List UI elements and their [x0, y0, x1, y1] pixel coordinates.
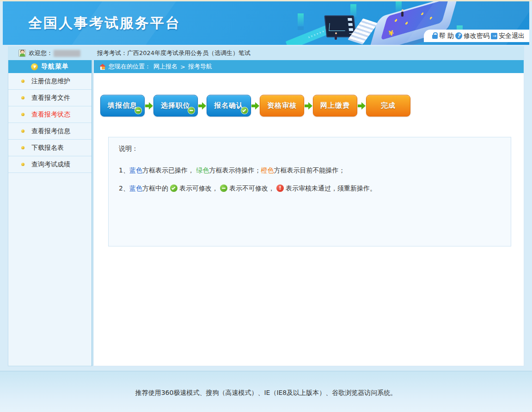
conveyor-icon	[286, 16, 354, 45]
header-illustration	[280, 1, 479, 45]
arrow-right-icon	[358, 102, 366, 110]
check-circle-icon	[170, 184, 177, 192]
chain-link-icon	[433, 33, 445, 42]
text-segment: 1、	[119, 164, 129, 176]
text-segment-orange: 橙色	[261, 164, 274, 176]
avatar-icon	[18, 49, 26, 57]
sidebar-item-query-scores[interactable]: 查询考试成绩	[8, 156, 92, 173]
dashboard-icon	[380, 1, 449, 40]
yen-icon	[388, 29, 394, 38]
home-icon	[99, 64, 106, 70]
text-segment-blue: 蓝色	[129, 182, 142, 194]
content-panel: 您现在的位置： 网上报名 > 报考导航 填报信息 选择职位 报名确认 资格	[93, 60, 524, 366]
sidebar-nav-header: 导航菜单	[8, 60, 92, 73]
welcome-bar: 欢迎您： 报考考试：广西2024年度考试录用公务员（选调生）笔试	[8, 46, 524, 60]
footer: 推荐使用360极速模式、搜狗（高速模式）、IE（IE8及以上版本）、谷歌浏览器访…	[0, 371, 532, 412]
glow-pillar-icon	[350, 4, 356, 18]
exclamation-circle-icon	[276, 184, 284, 192]
breadcrumb: 您现在的位置： 网上报名 > 报考导航	[94, 60, 524, 73]
step-label: 报名确认	[214, 101, 244, 110]
breadcrumb-separator: >	[180, 63, 185, 70]
arrow-right-icon	[198, 102, 206, 110]
quick-links-panel: 帮 助 修改密码 安全退出	[424, 30, 529, 42]
sidebar: 导航菜单 注册信息维护 查看报考文件 查看报考状态 查看报考信息 下载报名表 查…	[8, 60, 92, 366]
person-icon	[335, 35, 337, 40]
sidebar-item-view-info[interactable]: 查看报考信息	[8, 123, 92, 140]
footer-browser-recommendation: 推荐使用360极速模式、搜狗（高速模式）、IE（IE8及以上版本）、谷歌浏览器访…	[0, 371, 532, 397]
breadcrumb-location-label: 您现在的位置：	[109, 62, 151, 71]
person-icon	[401, 12, 404, 17]
text-segment-green: 绿色	[196, 164, 209, 176]
greeting-label: 欢迎您：	[29, 49, 53, 57]
bullet-icon	[21, 163, 24, 166]
explanation-line-2: 2、 蓝色 方框中的 表示可修改， 表示不可修改， 表示审核未通过，须重新操作。	[119, 182, 511, 194]
bullet-icon	[21, 80, 24, 83]
glow-pillar-icon	[298, 13, 304, 27]
step-5-online-payment[interactable]: 网上缴费	[313, 95, 357, 117]
step-6-complete[interactable]: 完成	[366, 95, 410, 117]
sidebar-item-label: 查询考试成绩	[31, 160, 70, 169]
change-password-link[interactable]: 修改密码	[455, 32, 489, 40]
text-segment: 2、	[119, 182, 129, 194]
user-name-redacted	[54, 50, 80, 57]
exam-info: 报考考试：广西2024年度考试录用公务员（选调生）笔试	[97, 49, 251, 57]
logout-link[interactable]: 安全退出	[491, 32, 525, 40]
text-segment: 方框表示已操作，	[142, 164, 196, 176]
main-area: 导航菜单 注册信息维护 查看报考文件 查看报考状态 查看报考信息 下载报名表 查…	[8, 60, 524, 366]
bullet-icon	[21, 129, 24, 133]
stairs-icon	[348, 18, 378, 44]
question-icon	[455, 32, 462, 39]
text-segment-blue: 蓝色	[129, 164, 142, 176]
explanation-title: 说明：	[119, 145, 511, 153]
breadcrumb-link-exam-navigation[interactable]: 报考导航	[188, 62, 212, 71]
bullet-icon	[21, 96, 24, 99]
text-segment: 方框表示待操作；	[209, 164, 261, 176]
text-segment: 方框中的	[142, 182, 168, 194]
arrow-right-icon	[145, 102, 153, 110]
exam-label: 报考考试：	[97, 49, 127, 56]
help-link[interactable]: 帮 助	[432, 32, 454, 40]
site-title: 全国人事考试服务平台	[28, 14, 181, 33]
explanation-box: 说明： 1、 蓝色 方框表示已操作， 绿色 方框表示待操作； 橙色 方框表示目前…	[108, 137, 511, 246]
exit-icon	[491, 33, 497, 39]
bullet-icon	[21, 146, 24, 149]
sidebar-item-label: 注册信息维护	[31, 77, 70, 86]
step-2-select-position[interactable]: 选择职位	[153, 95, 198, 117]
monitor-icon	[324, 15, 356, 37]
step-label: 网上缴费	[320, 101, 350, 110]
breadcrumb-link-online-registration[interactable]: 网上报名	[153, 62, 177, 71]
status-badge-minus-icon	[188, 107, 195, 114]
sidebar-item-label: 查看报考信息	[31, 127, 70, 135]
text-segment: 方框表示目前不能操作；	[274, 164, 345, 176]
sidebar-item-label: 查看报考文件	[31, 94, 70, 102]
minus-circle-icon	[220, 184, 227, 192]
step-3-confirm-registration[interactable]: 报名确认	[207, 95, 251, 117]
arrow-right-icon	[305, 102, 312, 110]
sidebar-item-label: 下载报名表	[31, 144, 64, 152]
status-badge-check-icon	[241, 107, 248, 114]
chevron-down-icon	[31, 63, 38, 70]
change-password-label: 修改密码	[464, 32, 489, 40]
sidebar-item-view-exam-files[interactable]: 查看报考文件	[8, 90, 92, 106]
glow-pillar-icon	[457, 25, 463, 39]
sidebar-item-download-form[interactable]: 下载报名表	[8, 140, 92, 156]
arrow-right-icon	[251, 102, 259, 110]
lock-icon	[432, 35, 438, 39]
logout-label: 安全退出	[499, 32, 525, 40]
step-4-qualification-review[interactable]: 资格审核	[260, 95, 304, 117]
explanation-line-1: 1、 蓝色 方框表示已操作， 绿色 方框表示待操作； 橙色 方框表示目前不能操作…	[119, 164, 511, 176]
step-label: 完成	[381, 101, 396, 110]
text-segment: 表示不可修改，	[229, 182, 275, 194]
text-segment: 表示可修改，	[179, 182, 218, 194]
sidebar-item-view-status[interactable]: 查看报考状态	[8, 106, 92, 123]
step-label: 选择职位	[161, 101, 190, 110]
platform-icon	[368, 1, 459, 45]
exam-name: 广西2024年度考试录用公务员（选调生）笔试	[127, 49, 251, 56]
sidebar-item-register-info[interactable]: 注册信息维护	[8, 73, 92, 90]
step-label: 填报信息	[108, 101, 137, 110]
sidebar-title: 导航菜单	[41, 62, 69, 71]
bullet-icon	[21, 113, 24, 116]
sidebar-item-label: 查看报考状态	[31, 111, 70, 119]
step-1-fill-info[interactable]: 填报信息	[100, 95, 145, 117]
header: 全国人事考试服务平台 帮 助 修改密码 安全退出	[3, 1, 529, 45]
